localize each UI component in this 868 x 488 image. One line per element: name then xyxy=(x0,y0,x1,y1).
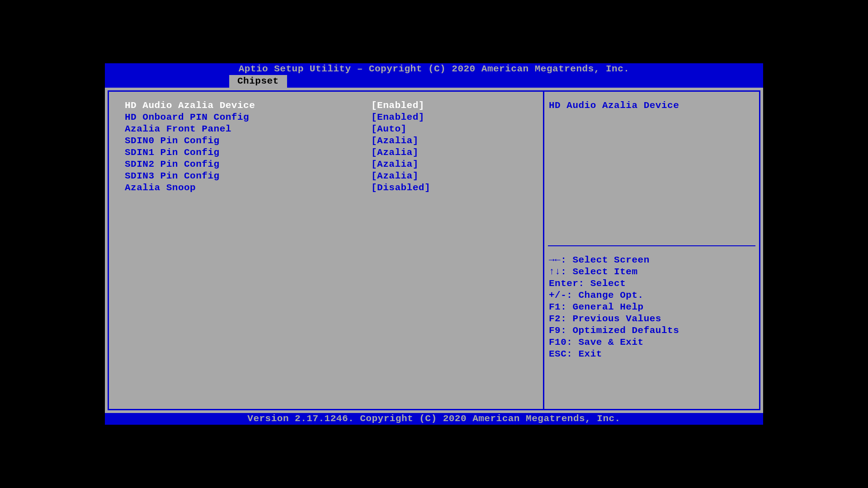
setting-label: SDIN2 Pin Config xyxy=(125,159,371,170)
setting-label: SDIN3 Pin Config xyxy=(125,170,371,182)
setting-value[interactable]: [Azalia] xyxy=(371,170,419,182)
key-legend: →←: Select Screen↑↓: Select ItemEnter: S… xyxy=(544,246,759,365)
setting-value[interactable]: [Enabled] xyxy=(371,100,425,112)
bottom-letterbox xyxy=(105,425,763,428)
key-hint: F10: Save & Exit xyxy=(549,337,755,348)
help-panel: HD Audio Azalia Device →←: Select Screen… xyxy=(544,90,760,410)
key-hint: F2: Previous Values xyxy=(549,313,755,325)
key-hint: Enter: Select xyxy=(549,278,755,290)
setting-row[interactable]: SDIN2 Pin Config[Azalia] xyxy=(125,159,527,170)
setting-row[interactable]: SDIN1 Pin Config[Azalia] xyxy=(125,147,527,159)
setting-label: HD Onboard PIN Config xyxy=(125,112,371,123)
setting-value[interactable]: [Azalia] xyxy=(371,135,419,147)
setting-row[interactable]: SDIN0 Pin Config[Azalia] xyxy=(125,135,527,147)
top-letterbox xyxy=(105,60,763,63)
setting-value[interactable]: [Azalia] xyxy=(371,159,419,170)
setting-row[interactable]: HD Onboard PIN Config[Enabled] xyxy=(125,112,527,123)
key-hint: →←: Select Screen xyxy=(549,254,755,266)
key-hint: ↑↓: Select Item xyxy=(549,266,755,278)
setting-label: Azalia Front Panel xyxy=(125,123,371,135)
setting-label: Azalia Snoop xyxy=(125,182,371,194)
setting-label: HD Audio Azalia Device xyxy=(125,100,371,112)
setting-row[interactable]: Azalia Snoop[Disabled] xyxy=(125,182,527,194)
key-hint: F9: Optimized Defaults xyxy=(549,325,755,337)
key-hint: +/-: Change Opt. xyxy=(549,290,755,301)
key-hint: F1: General Help xyxy=(549,301,755,313)
help-title: HD Audio Azalia Device xyxy=(549,100,755,112)
setting-row[interactable]: Azalia Front Panel[Auto] xyxy=(125,123,527,135)
bios-setup-screen: Aptio Setup Utility – Copyright (C) 2020… xyxy=(105,60,763,428)
key-hint: ESC: Exit xyxy=(549,348,755,360)
main-area: HD Audio Azalia Device[Enabled]HD Onboar… xyxy=(105,88,763,413)
setting-label: SDIN0 Pin Config xyxy=(125,135,371,147)
footer-bar: Version 2.17.1246. Copyright (C) 2020 Am… xyxy=(105,413,763,425)
menu-tab-bar: Chipset xyxy=(105,75,763,88)
tab-chipset[interactable]: Chipset xyxy=(229,75,287,88)
setting-row[interactable]: HD Audio Azalia Device[Enabled] xyxy=(125,100,527,112)
help-description: HD Audio Azalia Device xyxy=(544,92,759,245)
setting-row[interactable]: SDIN3 Pin Config[Azalia] xyxy=(125,170,527,182)
setting-value[interactable]: [Enabled] xyxy=(371,112,425,123)
setting-value[interactable]: [Auto] xyxy=(371,123,407,135)
title-bar: Aptio Setup Utility – Copyright (C) 2020… xyxy=(105,63,763,75)
setting-value[interactable]: [Azalia] xyxy=(371,147,419,159)
settings-panel: HD Audio Azalia Device[Enabled]HD Onboar… xyxy=(108,90,544,410)
setting-label: SDIN1 Pin Config xyxy=(125,147,371,159)
setting-value[interactable]: [Disabled] xyxy=(371,182,430,194)
